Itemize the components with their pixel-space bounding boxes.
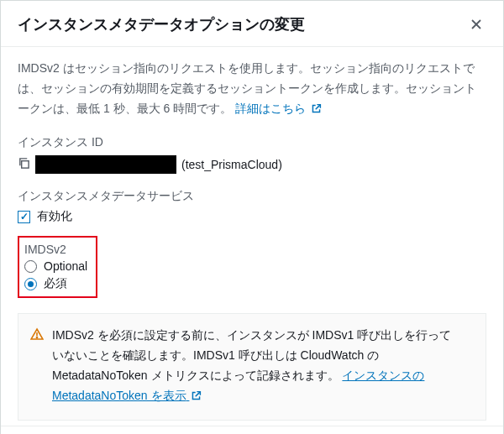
svg-rect-2	[22, 161, 29, 168]
modal-footer: キャンセル 保存	[1, 426, 503, 434]
imdsv2-group-highlight: IMDSv2 Optional 必須	[18, 236, 97, 298]
metadata-enabled-row[interactable]: 有効化	[18, 209, 486, 224]
modal-change-instance-metadata-options: インスタンスメタデータオプションの変更 IMDSv2 はセッション指向のリクエス…	[0, 0, 504, 434]
warning-icon	[30, 327, 44, 407]
warning-text: IMDSv2 を必須に設定する前に、インスタンスが IMDSv1 呼び出しを行っ…	[52, 326, 452, 407]
instance-id-label: インスタンス ID	[18, 135, 486, 150]
external-link-icon	[311, 101, 322, 121]
imdsv2-option-optional[interactable]: Optional	[24, 259, 87, 273]
instance-name: (test_PrismaCloud)	[181, 158, 282, 171]
external-link-icon	[191, 388, 202, 408]
imdsv2-label: IMDSv2	[24, 243, 87, 256]
learn-more-link[interactable]: 詳細はこちら	[235, 102, 322, 115]
modal-title: インスタンスメタデータオプションの変更	[18, 14, 305, 34]
instance-id-value-redacted	[35, 155, 176, 174]
warning-alert: IMDSv2 を必須に設定する前に、インスタンスが IMDSv1 呼び出しを行っ…	[18, 313, 486, 420]
radio-icon	[24, 278, 37, 290]
close-icon	[470, 18, 483, 31]
modal-header: インスタンスメタデータオプションの変更	[1, 1, 503, 47]
copy-icon[interactable]	[18, 157, 30, 172]
radio-label-required: 必須	[44, 276, 67, 291]
radio-icon	[24, 260, 37, 273]
svg-point-4	[36, 337, 37, 338]
learn-more-label: 詳細はこちら	[235, 102, 306, 115]
metadata-service-label: インスタンスメタデータサービス	[18, 189, 486, 204]
radio-label-optional: Optional	[44, 259, 87, 273]
close-button[interactable]	[466, 14, 486, 34]
modal-body: IMDSv2 はセッション指向のリクエストを使用します。セッション指向のリクエス…	[1, 47, 503, 426]
imdsv2-option-required[interactable]: 必須	[24, 276, 87, 291]
metadata-enabled-label: 有効化	[37, 209, 72, 224]
metadata-enabled-checkbox[interactable]	[18, 211, 30, 223]
description-text: IMDSv2 はセッション指向のリクエストを使用します。セッション指向のリクエス…	[18, 59, 486, 120]
instance-id-row: (test_PrismaCloud)	[18, 155, 486, 174]
